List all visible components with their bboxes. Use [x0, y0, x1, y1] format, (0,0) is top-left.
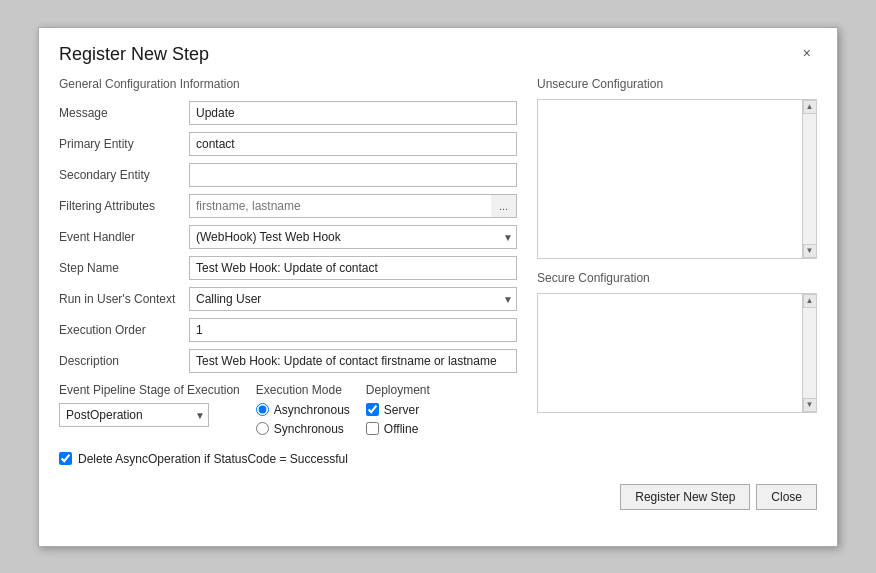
bottom-section: Event Pipeline Stage of Execution PostOp… [59, 383, 517, 436]
server-label: Server [384, 403, 419, 417]
secure-config-box: ▲ ▼ [537, 293, 817, 413]
deployment-col: Deployment Server Offline [366, 383, 430, 436]
secondary-entity-label: Secondary Entity [59, 168, 189, 182]
primary-entity-row: Primary Entity [59, 132, 517, 156]
server-checkbox-item[interactable]: Server [366, 403, 430, 417]
register-new-step-button[interactable]: Register New Step [620, 484, 750, 510]
dialog-footer: Register New Step Close [39, 476, 837, 522]
unsecure-scrollbar: ▲ ▼ [802, 100, 816, 258]
primary-entity-label: Primary Entity [59, 137, 189, 151]
pipeline-select[interactable]: PostOperation [59, 403, 209, 427]
execution-order-row: Execution Order [59, 318, 517, 342]
deployment-label: Deployment [366, 383, 430, 397]
secure-section-title: Secure Configuration [537, 271, 817, 285]
description-input[interactable] [189, 349, 517, 373]
asynchronous-label: Asynchronous [274, 403, 350, 417]
secure-scroll-up-icon[interactable]: ▲ [803, 294, 817, 308]
execution-mode-label: Execution Mode [256, 383, 350, 397]
event-handler-label: Event Handler [59, 230, 189, 244]
message-row: Message [59, 101, 517, 125]
pipeline-select-wrapper: PostOperation ▼ [59, 403, 209, 427]
delete-async-checkbox[interactable] [59, 452, 72, 465]
step-name-row: Step Name [59, 256, 517, 280]
primary-entity-input[interactable] [189, 132, 517, 156]
event-handler-wrapper: (WebHook) Test Web Hook ▼ [189, 225, 517, 249]
unsecure-scroll-up-icon[interactable]: ▲ [803, 100, 817, 114]
secure-scroll-down-icon[interactable]: ▼ [803, 398, 817, 412]
filtering-attributes-row: Filtering Attributes ... [59, 194, 517, 218]
execution-mode-radio-group: Asynchronous Synchronous [256, 403, 350, 436]
delete-async-label: Delete AsyncOperation if StatusCode = Su… [78, 452, 348, 466]
execution-order-label: Execution Order [59, 323, 189, 337]
unsecure-config-box: ▲ ▼ [537, 99, 817, 259]
deployment-checkbox-group: Server Offline [366, 403, 430, 436]
event-handler-row: Event Handler (WebHook) Test Web Hook ▼ [59, 225, 517, 249]
right-panel: Unsecure Configuration ▲ ▼ Secure Config… [537, 73, 817, 466]
execution-mode-col: Execution Mode Asynchronous Synchronous [256, 383, 350, 436]
general-section-title: General Configuration Information [59, 73, 517, 91]
description-row: Description [59, 349, 517, 373]
pipeline-label: Event Pipeline Stage of Execution [59, 383, 240, 397]
unsecure-scroll-track [803, 114, 816, 244]
message-label: Message [59, 106, 189, 120]
run-in-context-wrapper: Calling User ▼ [189, 287, 517, 311]
filtering-attributes-browse-button[interactable]: ... [491, 194, 517, 218]
run-in-context-row: Run in User's Context Calling User ▼ [59, 287, 517, 311]
step-name-input[interactable] [189, 256, 517, 280]
close-button[interactable]: Close [756, 484, 817, 510]
message-input[interactable] [189, 101, 517, 125]
event-handler-select[interactable]: (WebHook) Test Web Hook [189, 225, 517, 249]
server-checkbox[interactable] [366, 403, 379, 416]
offline-label: Offline [384, 422, 418, 436]
synchronous-radio-item[interactable]: Synchronous [256, 422, 350, 436]
synchronous-radio[interactable] [256, 422, 269, 435]
dialog-titlebar: Register New Step × [39, 28, 837, 73]
offline-checkbox[interactable] [366, 422, 379, 435]
asynchronous-radio-item[interactable]: Asynchronous [256, 403, 350, 417]
filtering-attributes-input[interactable] [189, 194, 491, 218]
asynchronous-radio[interactable] [256, 403, 269, 416]
synchronous-label: Synchronous [274, 422, 344, 436]
delete-async-row: Delete AsyncOperation if StatusCode = Su… [59, 446, 517, 466]
secondary-entity-input[interactable] [189, 163, 517, 187]
left-panel: General Configuration Information Messag… [59, 73, 517, 466]
unsecure-scroll-down-icon[interactable]: ▼ [803, 244, 817, 258]
run-in-context-select[interactable]: Calling User [189, 287, 517, 311]
execution-order-input[interactable] [189, 318, 517, 342]
unsecure-section-title: Unsecure Configuration [537, 73, 817, 91]
pipeline-wrapper: Event Pipeline Stage of Execution PostOp… [59, 383, 240, 427]
filtering-attributes-wrapper: ... [189, 194, 517, 218]
dialog-title: Register New Step [59, 44, 209, 65]
offline-checkbox-item[interactable]: Offline [366, 422, 430, 436]
run-in-context-label: Run in User's Context [59, 292, 189, 306]
secondary-entity-row: Secondary Entity [59, 163, 517, 187]
dialog-body: General Configuration Information Messag… [39, 73, 837, 476]
filtering-attributes-label: Filtering Attributes [59, 199, 189, 213]
register-new-step-dialog: Register New Step × General Configuratio… [38, 27, 838, 547]
dialog-close-button[interactable]: × [797, 44, 817, 62]
step-name-label: Step Name [59, 261, 189, 275]
secure-scrollbar: ▲ ▼ [802, 294, 816, 412]
description-label: Description [59, 354, 189, 368]
secure-scroll-track [803, 308, 816, 398]
